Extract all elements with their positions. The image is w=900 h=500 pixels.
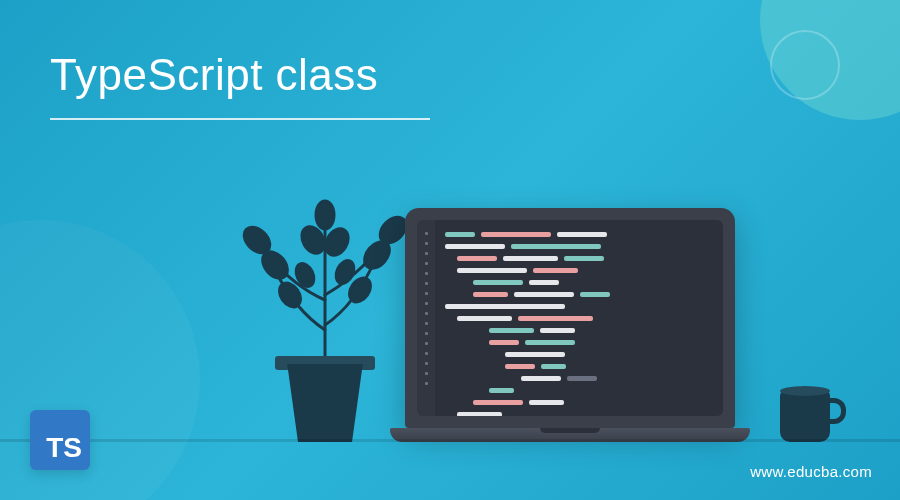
code-gutter <box>417 220 435 416</box>
code-line <box>457 256 713 261</box>
page-title: TypeScript class <box>50 50 378 100</box>
website-url: www.educba.com <box>750 463 872 480</box>
code-segment <box>457 316 512 321</box>
code-segment <box>511 244 601 249</box>
code-line <box>473 292 713 297</box>
gutter-dot <box>425 362 428 365</box>
code-segment <box>457 412 502 416</box>
code-line <box>445 244 713 249</box>
code-segment <box>489 340 519 345</box>
gutter-dot <box>425 332 428 335</box>
code-segment <box>503 256 558 261</box>
decor-circle-outline <box>770 30 840 100</box>
laptop-illustration <box>390 208 750 442</box>
code-segment <box>521 376 561 381</box>
typescript-logo-icon: TS <box>30 410 90 470</box>
code-segment <box>525 340 575 345</box>
code-segment <box>457 268 527 273</box>
gutter-dot <box>425 322 428 325</box>
title-underline <box>50 118 430 120</box>
gutter-dot <box>425 242 428 245</box>
svg-point-9 <box>293 261 318 290</box>
gutter-dot <box>425 292 428 295</box>
gutter-dot <box>425 252 428 255</box>
code-segment <box>541 364 566 369</box>
laptop-frame <box>405 208 735 428</box>
code-segment <box>445 304 565 309</box>
code-segment <box>473 292 508 297</box>
code-line <box>489 388 713 393</box>
code-segment <box>557 232 607 237</box>
code-segment <box>445 232 475 237</box>
coffee-mug-icon <box>780 386 840 442</box>
laptop-screen <box>417 220 723 416</box>
desk-line <box>0 439 900 442</box>
code-line <box>445 304 713 309</box>
mug-handle <box>828 398 846 424</box>
code-line <box>457 268 713 273</box>
code-segment <box>533 268 578 273</box>
code-line <box>489 340 713 345</box>
code-segment <box>445 244 505 249</box>
code-line <box>473 280 713 285</box>
code-line <box>445 232 713 237</box>
banner-root: TypeScript class <box>0 0 900 500</box>
code-area <box>435 220 723 416</box>
code-segment <box>473 400 523 405</box>
code-line <box>521 376 713 381</box>
gutter-dot <box>425 312 428 315</box>
code-segment <box>564 256 604 261</box>
mug-body <box>780 390 830 442</box>
code-segment <box>529 400 564 405</box>
code-segment <box>489 388 514 393</box>
code-segment <box>505 364 535 369</box>
code-line <box>473 400 713 405</box>
code-segment <box>567 376 597 381</box>
code-line <box>489 328 713 333</box>
code-segment <box>457 256 497 261</box>
gutter-dot <box>425 342 428 345</box>
svg-point-0 <box>316 201 334 229</box>
gutter-dot <box>425 232 428 235</box>
code-line <box>457 412 713 416</box>
code-segment <box>540 328 575 333</box>
code-line <box>457 316 713 321</box>
gutter-dot <box>425 282 428 285</box>
code-segment <box>489 328 534 333</box>
code-segment <box>505 352 565 357</box>
gutter-dot <box>425 272 428 275</box>
gutter-dot <box>425 372 428 375</box>
laptop-notch <box>540 428 600 433</box>
code-line <box>505 364 713 369</box>
code-segment <box>580 292 610 297</box>
gutter-dot <box>425 352 428 355</box>
gutter-dot <box>425 262 428 265</box>
code-segment <box>481 232 551 237</box>
code-segment <box>514 292 574 297</box>
code-line <box>505 352 713 357</box>
gutter-dot <box>425 382 428 385</box>
plant-pot <box>280 364 370 442</box>
ts-badge-label: TS <box>46 432 82 464</box>
code-segment <box>529 280 559 285</box>
gutter-dot <box>425 302 428 305</box>
code-segment <box>518 316 593 321</box>
code-segment <box>473 280 523 285</box>
mug-top <box>780 386 830 396</box>
